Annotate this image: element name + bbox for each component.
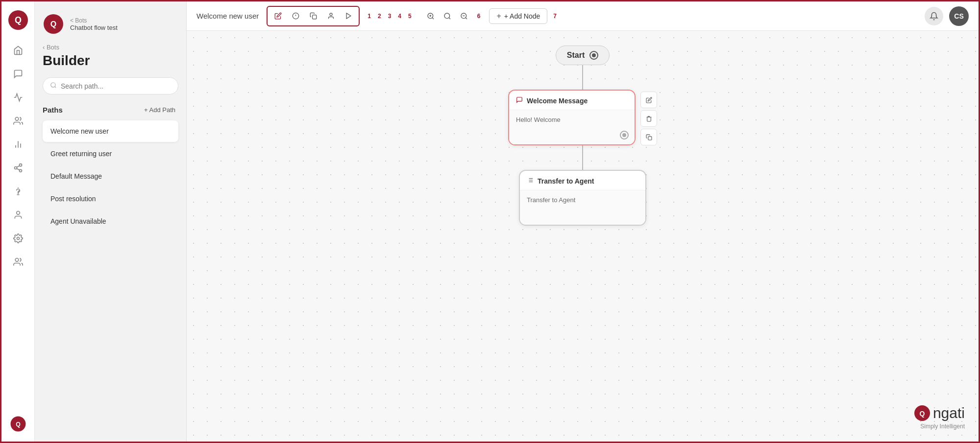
connector-start-to-welcome (582, 65, 583, 90)
svg-point-19 (51, 83, 55, 87)
icon-bar-bottom: Q (8, 414, 28, 434)
app-title: Chatbot flow test (70, 24, 118, 31)
branding-name: ngati (933, 405, 965, 421)
sidebar: Q < Bots Chatbot flow test ‹ Bots Builde… (35, 1, 187, 442)
add-node-button[interactable]: + + Add Node (489, 8, 547, 24)
add-node-icon: + (496, 12, 501, 21)
branding-tagline: Simply Intelligent (920, 423, 965, 430)
welcome-delete-btn[interactable] (640, 110, 657, 127)
svg-point-2 (15, 117, 19, 121)
nav-bot-logo[interactable]: Q (8, 414, 28, 434)
user-avatar[interactable]: CS (949, 6, 969, 26)
toolbar-num-5: 5 (408, 13, 412, 20)
svg-point-6 (19, 164, 22, 166)
paths-label: Paths (43, 106, 63, 114)
paths-list: Welcome new user Greet returning user De… (43, 120, 178, 233)
nav-bulb[interactable] (8, 182, 28, 201)
toolbar-info-btn[interactable] (288, 9, 303, 23)
welcome-message-content: Hello! Welcome (516, 116, 561, 123)
transfer-agent-row: Transfer to Agent Transfer to Agent (519, 170, 646, 226)
svg-line-9 (17, 168, 20, 170)
transfer-agent-content: Transfer to Agent (527, 196, 575, 204)
branding: Q ngati Simply Intelligent (913, 404, 965, 430)
svg-point-7 (14, 167, 17, 169)
svg-text:Q: Q (919, 410, 925, 418)
toolbar-edit-btn[interactable] (270, 9, 285, 23)
transfer-agent-title: Transfer to Agent (538, 177, 594, 185)
start-node: Start (556, 46, 610, 65)
nav-people[interactable] (8, 111, 28, 131)
svg-line-28 (432, 18, 434, 19)
nav-share[interactable] (8, 158, 28, 178)
welcome-edit-btn[interactable] (640, 92, 657, 108)
message-icon (516, 96, 523, 105)
back-link[interactable]: < Bots (70, 17, 118, 24)
svg-point-13 (17, 237, 19, 240)
welcome-message-title: Welcome Message (527, 97, 588, 105)
svg-point-12 (16, 211, 20, 215)
nav-chat[interactable] (8, 64, 28, 84)
welcome-message-body: Hello! Welcome (509, 110, 635, 144)
toolbar-zoom-out-btn[interactable] (457, 9, 471, 23)
svg-line-32 (449, 18, 450, 19)
add-path-button[interactable]: + Add Path (141, 105, 178, 115)
toolbar-zoom-reset-btn[interactable] (440, 9, 455, 23)
path-item-default-message[interactable]: Default Message (43, 165, 178, 187)
svg-point-8 (19, 169, 22, 172)
toolbar-num-4: 4 (398, 13, 401, 20)
toolbar-num-2: 2 (378, 13, 381, 20)
toolbar-play-btn[interactable] (341, 9, 356, 23)
svg-text:Q: Q (16, 421, 21, 428)
svg-point-14 (15, 258, 19, 262)
welcome-message-header: Welcome Message (509, 91, 635, 110)
path-item-post-resolution[interactable]: Post resolution (43, 188, 178, 210)
search-box (43, 77, 178, 94)
toolbar-num-6: 6 (475, 13, 483, 20)
flow-container: Start Welcome Message Hello (187, 31, 979, 442)
transfer-agent-node: Transfer to Agent Transfer to Agent (519, 170, 646, 226)
welcome-message-row: Welcome Message Hello! Welcome (508, 90, 657, 145)
svg-text:Q: Q (14, 15, 21, 25)
branding-logo: Q ngati (913, 404, 965, 422)
nav-gear[interactable] (8, 229, 28, 248)
sidebar-title: Builder (43, 53, 178, 69)
canvas: Start Welcome Message Hello (187, 31, 979, 442)
toolbar-num-1: 1 (368, 13, 371, 20)
welcome-clone-btn[interactable] (640, 129, 657, 145)
path-item-welcome-new-user[interactable]: Welcome new user (43, 120, 178, 142)
toolbar-num-7: 7 (551, 13, 559, 20)
nav-home[interactable] (8, 41, 28, 60)
paths-header: Paths + Add Path (43, 105, 178, 115)
welcome-node-dot[interactable] (620, 131, 629, 140)
toolbar-zoom-group (423, 9, 471, 23)
main-area: Welcome new user 1 2 3 4 5 (187, 1, 979, 442)
toolbar-numbers: 1 2 3 4 5 (364, 13, 415, 20)
path-item-greet-returning-user[interactable]: Greet returning user (43, 143, 178, 164)
toolbar-num-3: 3 (388, 13, 392, 20)
nav-group[interactable] (8, 252, 28, 272)
search-icon (50, 82, 57, 90)
toolbar-action-group (267, 6, 360, 26)
start-dot-inner (592, 53, 596, 57)
toolbar-copy-btn[interactable] (306, 9, 320, 23)
svg-marker-26 (346, 13, 351, 19)
search-input[interactable] (61, 82, 171, 90)
toolbar-zoom-in-btn[interactable] (423, 9, 438, 23)
notification-button[interactable] (925, 7, 943, 25)
nav-chart[interactable] (8, 135, 28, 154)
back-bots-link[interactable]: ‹ Bots (43, 44, 178, 51)
toolbar-path-name: Welcome new user (196, 12, 259, 20)
app-logo[interactable]: Q (7, 9, 29, 31)
toolbar-user-btn[interactable] (323, 9, 338, 23)
transfer-agent-header: Transfer to Agent (520, 171, 645, 190)
svg-line-34 (466, 18, 467, 19)
svg-text:Q: Q (50, 20, 56, 28)
icon-bar: Q Q (1, 1, 35, 442)
welcome-message-node: Welcome Message Hello! Welcome (508, 90, 636, 145)
nav-person-outline[interactable] (8, 205, 28, 225)
toolbar: Welcome new user 1 2 3 4 5 (187, 1, 979, 31)
welcome-message-actions (640, 92, 657, 145)
nav-megaphone[interactable] (8, 88, 28, 107)
path-item-agent-unavailable[interactable]: Agent Unavailable (43, 210, 178, 232)
topbar-right: CS (925, 6, 969, 26)
